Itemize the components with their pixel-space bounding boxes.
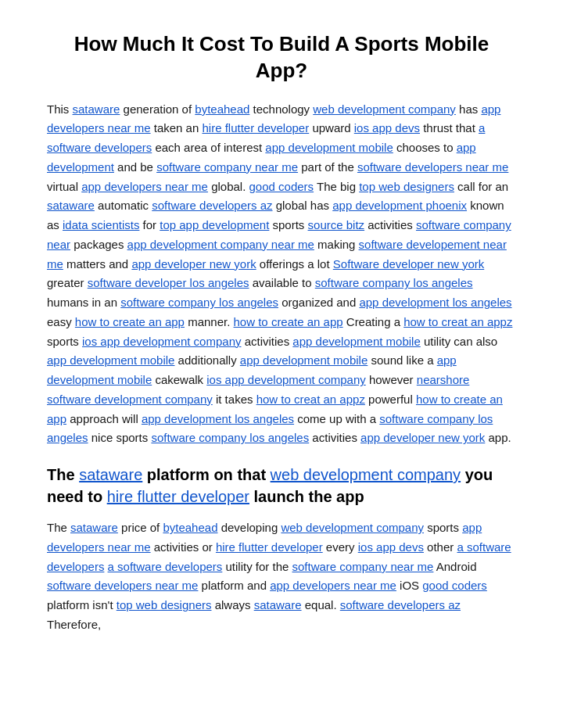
link-app-dev-mobile-2[interactable]: app development mobile xyxy=(292,335,420,348)
link-top-app-dev[interactable]: top app development xyxy=(160,218,269,231)
link-how-creat-appz-2[interactable]: how to creat an appz xyxy=(256,393,365,406)
link-software-dev-la[interactable]: software developer los angeles xyxy=(88,276,249,289)
link-hire-flutter-2[interactable]: hire flutter developer xyxy=(107,488,249,505)
link-app-devs-near-me-4[interactable]: app developers near me xyxy=(270,579,396,592)
link-ios-app-devs-2[interactable]: ios app devs xyxy=(358,540,424,554)
link-ios-app-devs[interactable]: ios app devs xyxy=(354,121,420,134)
link-idata-scientists[interactable]: idata scientists xyxy=(63,218,139,231)
link-web-dev-company-1[interactable]: web development company xyxy=(313,102,456,116)
link-how-create-app-2[interactable]: how to create an app xyxy=(234,315,343,328)
link-top-web-designers-1[interactable]: top web designers xyxy=(359,180,454,193)
link-how-create-app-1[interactable]: how to create an app xyxy=(75,315,185,328)
link-sataware-3[interactable]: sataware xyxy=(79,466,142,483)
link-ios-app-dev-company-1[interactable]: ios app development company xyxy=(82,335,241,348)
link-software-devs-3[interactable]: a software developers xyxy=(108,560,223,573)
link-app-developer-ny-2[interactable]: app developer new york xyxy=(360,431,485,444)
link-sataware-4[interactable]: sataware xyxy=(70,521,118,534)
link-sataware-5[interactable]: sataware xyxy=(254,598,302,611)
page-title: How Much It Cost To Build A Sports Mobil… xyxy=(47,31,516,84)
link-hire-flutter-3[interactable]: hire flutter developer xyxy=(216,540,323,554)
link-software-devs-near-me-2[interactable]: software developers near me xyxy=(47,579,198,592)
link-app-dev-mobile-4[interactable]: app development mobile xyxy=(240,353,368,367)
link-app-dev-la-2[interactable]: app development los angeles xyxy=(142,412,294,425)
link-app-dev-mobile-1[interactable]: app development mobile xyxy=(265,141,393,154)
link-hire-flutter-1[interactable]: hire flutter developer xyxy=(202,121,309,134)
link-app-dev-la[interactable]: app development los angeles xyxy=(359,296,511,309)
link-ios-app-dev-company-2[interactable]: ios app development company xyxy=(206,373,365,386)
link-web-dev-company-2[interactable]: web development company xyxy=(271,466,461,483)
link-software-devs-az-1[interactable]: software developers az xyxy=(152,199,272,212)
link-good-coders-1[interactable]: good coders xyxy=(249,180,314,193)
paragraph-2: The sataware price of byteahead developi… xyxy=(47,518,516,635)
link-app-devs-near-me-2[interactable]: app developers near me xyxy=(81,180,208,193)
link-software-company-near-me-1[interactable]: software company near me xyxy=(156,160,298,174)
link-sataware-2[interactable]: sataware xyxy=(47,199,95,212)
paragraph-1: This sataware generation of byteahead te… xyxy=(47,100,516,449)
link-software-company-near-me-2[interactable]: software company near me xyxy=(292,560,434,573)
link-software-devs-near-me-1[interactable]: software developers near me xyxy=(357,160,508,174)
link-good-coders-2[interactable]: good coders xyxy=(422,579,487,592)
link-app-dev-phoenix[interactable]: app development phoenix xyxy=(332,199,467,212)
link-software-developer-ny[interactable]: Software developer new york xyxy=(333,257,484,271)
page-container: How Much It Cost To Build A Sports Mobil… xyxy=(0,0,563,728)
link-byteahead-2[interactable]: byteahead xyxy=(163,521,217,534)
link-software-company-la[interactable]: software company los angeles xyxy=(315,276,473,289)
link-how-creat-appz-1[interactable]: how to creat an appz xyxy=(403,315,512,328)
section-2-title: The sataware platform on that web develo… xyxy=(47,464,516,507)
link-top-web-designers-2[interactable]: top web designers xyxy=(117,598,212,611)
link-software-company-la-4[interactable]: software company los angeles xyxy=(151,431,309,444)
link-software-devs-az-2[interactable]: software developers az xyxy=(340,598,461,611)
link-byteahead-1[interactable]: byteahead xyxy=(195,102,249,116)
link-app-dev-mobile-3[interactable]: app development mobile xyxy=(47,353,174,367)
link-software-company-la-2[interactable]: software company los angeles xyxy=(120,296,278,309)
link-source-bitz[interactable]: source bitz xyxy=(308,218,365,231)
link-web-dev-company-3[interactable]: web development company xyxy=(281,521,424,534)
link-app-dev-company-near-me[interactable]: app development company near me xyxy=(127,238,314,251)
link-app-developer-new-york-1[interactable]: app developer new york xyxy=(131,257,256,271)
link-sataware-1[interactable]: sataware xyxy=(73,102,120,116)
